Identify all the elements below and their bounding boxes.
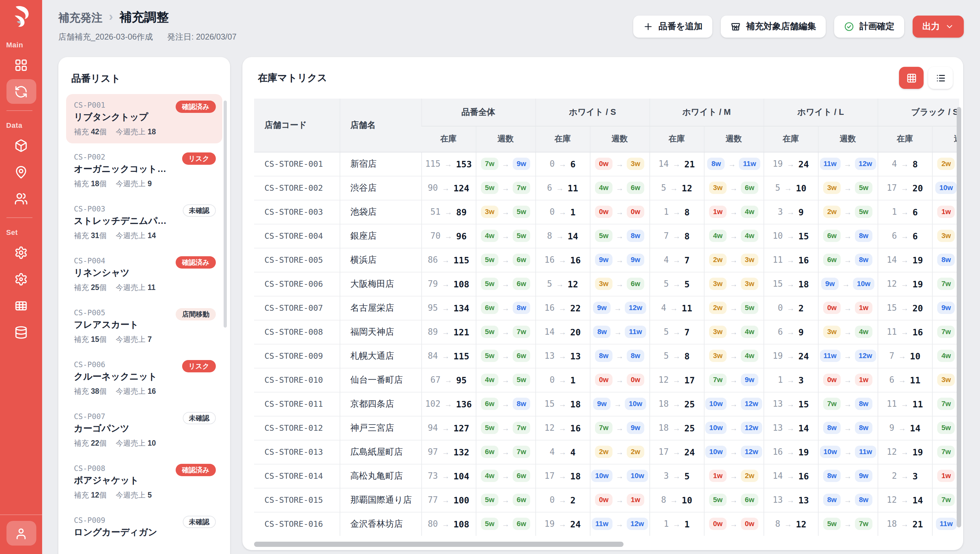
product-list-item[interactable]: CS-P004リネンシャツ補充 25個今週売上 11確認済み <box>66 250 222 299</box>
weeks-cell: 4w→5w <box>476 368 535 392</box>
list-view-icon <box>935 72 946 83</box>
action-button-store[interactable]: 補充対象店舗編集 <box>721 16 826 38</box>
stock-cell: 12→16 <box>535 416 590 440</box>
product-list-item[interactable]: CS-P006クルーネックニット補充 38個今週売上 16リスク <box>66 354 222 403</box>
store-row[interactable]: CS-STORE-008福岡天神店89→1215w→7w14→208w→11w5… <box>254 320 959 344</box>
stock-cell: 5→7 <box>649 320 704 344</box>
stock-cell: 19→24 <box>535 512 590 536</box>
weeks-cell: 8w→9w <box>818 464 878 488</box>
store-row[interactable]: CS-STORE-007名古屋栄店95→1346w→8w16→229w→12w4… <box>254 296 959 320</box>
weeks-cell: 2w→2w <box>590 440 649 464</box>
sidebar-item-package[interactable] <box>6 133 36 158</box>
group-header: ブラック / S <box>878 99 959 126</box>
product-list-item[interactable]: CS-P002オーガニックコット…補充 18個今週売上 9リスク <box>66 146 222 195</box>
stock-cell: 70→96 <box>421 224 476 248</box>
product-list-item[interactable]: CS-P005フレアスカート補充 15個今週売上 7店間移動 <box>66 302 222 351</box>
stock-cell: 19→24 <box>764 344 818 368</box>
store-code-cell: CS-STORE-015 <box>254 488 340 512</box>
view-toggle-list-view[interactable] <box>928 67 953 89</box>
weeks-cell: 5w→6w <box>476 248 535 272</box>
sidebar-item-sync[interactable] <box>6 79 36 104</box>
matrix-vertical-scrollbar[interactable] <box>957 107 961 527</box>
weeks-cell: 1w→ <box>932 464 959 488</box>
weeks-cell: 5w→7w <box>476 320 535 344</box>
store-code-cell: CS-STORE-005 <box>254 248 340 272</box>
store-row[interactable]: CS-STORE-011京都四条店102→1366w→8w15→189w→10w… <box>254 392 959 416</box>
stock-cell: 17→20 <box>878 176 932 200</box>
breadcrumb-parent[interactable]: 補充発注 <box>58 10 102 25</box>
breadcrumb: 補充発注 › 補充調整 <box>58 9 237 26</box>
inventory-matrix-table: 店舗コード店舗名品番全体ホワイト / Sホワイト / Mホワイト / Lブラック… <box>254 99 959 536</box>
weeks-cell: 2w→5w <box>818 200 878 224</box>
store-row[interactable]: CS-STORE-016金沢香林坊店80→1085w→6w19→2411w→12… <box>254 512 959 536</box>
weeks-cell: 5w→6w <box>476 512 535 536</box>
store-name-cell: 名古屋栄店 <box>340 296 421 320</box>
plan-name: 店舗補充_2026-03-06作成 <box>58 32 153 43</box>
stock-cell: 16→19 <box>764 440 818 464</box>
product-list: CS-P001リブタンクトップ補充 42個今週売上 18確認済みCS-P002オ… <box>66 94 222 545</box>
product-list-item[interactable]: CS-P001リブタンクトップ補充 42個今週売上 18確認済み <box>66 94 222 144</box>
sidebar-divider <box>6 217 32 218</box>
weeks-cell: 10w→ <box>932 176 959 200</box>
weeks-cell: 7w→ <box>932 272 959 296</box>
weeks-cell: 10w→12w <box>704 440 764 464</box>
app-logo-icon[interactable] <box>6 3 36 30</box>
store-row[interactable]: CS-STORE-014高松丸亀町店73→1044w→6w17→1810w→10… <box>254 464 959 488</box>
store-code-cell: CS-STORE-012 <box>254 416 340 440</box>
store-row[interactable]: CS-STORE-013広島紙屋町店97→1326w→7w4→42w→2w17→… <box>254 440 959 464</box>
store-row[interactable]: CS-STORE-006大阪梅田店79→1085w→6w5→123w→6w5→5… <box>254 272 959 296</box>
action-button-check-circle[interactable]: 計画確定 <box>834 16 904 38</box>
store-row[interactable]: CS-STORE-012神戸三宮店94→1275w→7w12→167w→9w18… <box>254 416 959 440</box>
store-row[interactable]: CS-STORE-003池袋店51→893w→5w0→10w→0w1→81w→4… <box>254 200 959 224</box>
stock-cell: 14→19 <box>878 248 932 272</box>
weeks-cell: 8w→11w <box>704 152 764 176</box>
store-row[interactable]: CS-STORE-010仙台一番町店67→954w→5w0→10w→0w12→1… <box>254 368 959 392</box>
product-list-item[interactable]: CS-P003ストレッチデニムパ…補充 31個今週売上 14未確認 <box>66 198 222 247</box>
sidebar-item-dashboard[interactable] <box>6 53 36 77</box>
product-name: フレアスカート <box>74 319 215 331</box>
product-meta: 補充 31個今週売上 14 <box>74 231 215 241</box>
breadcrumb-separator-icon: › <box>109 10 113 24</box>
product-list-item[interactable]: CS-P007カーゴパンツ補充 22個今週売上 10未確認 <box>66 406 222 455</box>
store-row[interactable]: CS-STORE-009札幌大通店84→1155w→6w13→138w→8w5→… <box>254 344 959 368</box>
order-date: 発注日: 2026/03/07 <box>167 32 237 43</box>
sidebar-item-users[interactable] <box>6 186 36 211</box>
store-name-cell: 神戸三宮店 <box>340 416 421 440</box>
store-code-cell: CS-STORE-003 <box>254 200 340 224</box>
store-code-cell: CS-STORE-006 <box>254 272 340 296</box>
product-name: リブタンクトップ <box>74 112 215 123</box>
sidebar-item-database[interactable] <box>6 320 36 345</box>
product-list-scrollbar[interactable] <box>224 101 227 327</box>
store-row[interactable]: CS-STORE-015那覇国際通り店77→1005w→6w0→20w→1w8→… <box>254 488 959 512</box>
stock-cell: 0→1 <box>535 200 590 224</box>
weeks-cell: 3w→3w <box>704 272 764 296</box>
group-header: ホワイト / M <box>649 99 764 126</box>
store-name-cell: 福岡天神店 <box>340 320 421 344</box>
store-row[interactable]: CS-STORE-005横浜店86→1155w→6w16→169w→9w4→72… <box>254 248 959 272</box>
weeks-cell: 3w→6w <box>704 176 764 200</box>
product-name: カーゴパンツ <box>74 423 215 435</box>
stock-cell: 0→2 <box>764 296 818 320</box>
store-row[interactable]: CS-STORE-004銀座店70→964w→5w8→145w→8w7→84w→… <box>254 224 959 248</box>
store-row[interactable]: CS-STORE-002渋谷店90→1245w→7w6→114w→6w5→123… <box>254 176 959 200</box>
view-toggle-grid-view[interactable] <box>899 67 924 89</box>
stock-cell: 17→24 <box>649 440 704 464</box>
weeks-cell: 8w→11w <box>590 320 649 344</box>
weeks-cell: 2w→3w <box>704 248 764 272</box>
weeks-subheader: 週数 <box>932 126 959 152</box>
weeks-cell: 11w→12w <box>818 152 878 176</box>
matrix-horizontal-scrollbar[interactable] <box>254 542 624 547</box>
weeks-cell: 8w→ <box>932 248 959 272</box>
store-row[interactable]: CS-STORE-001新宿店115→1537w→9w0→60w→3w14→21… <box>254 152 959 176</box>
action-button-chevron-down[interactable]: 出力 <box>913 16 964 38</box>
weeks-cell: 10w→11w <box>818 440 878 464</box>
sidebar-item-gear2[interactable] <box>6 267 36 291</box>
sidebar-item-map-pin[interactable] <box>6 160 36 184</box>
user-account-button[interactable] <box>6 521 36 546</box>
weeks-cell: 0w→1w <box>818 368 878 392</box>
product-list-item[interactable]: CS-P009ロングカーディガン未確認 <box>66 509 222 545</box>
sidebar-item-gear[interactable] <box>6 240 36 265</box>
action-button-plus[interactable]: 品番を追加 <box>633 16 712 38</box>
sidebar-item-table[interactable] <box>6 293 36 318</box>
product-list-item[interactable]: CS-P008ボアジャケット補充 12個今週売上 5確認済み <box>66 457 222 507</box>
